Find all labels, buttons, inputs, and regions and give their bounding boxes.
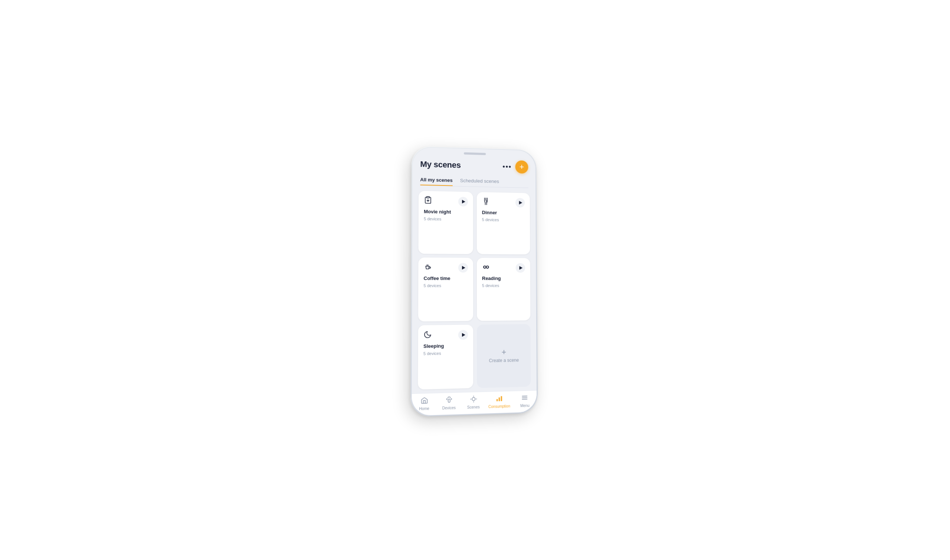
play-dinner-button[interactable] — [515, 198, 525, 208]
svg-point-11 — [472, 398, 475, 401]
devices-icon — [445, 396, 453, 405]
svg-rect-17 — [499, 398, 500, 401]
svg-rect-18 — [501, 396, 502, 401]
add-scene-button[interactable]: + — [515, 160, 528, 174]
movie-night-icon — [424, 196, 432, 206]
consumption-icon — [495, 395, 503, 403]
scene-card-dinner[interactable]: Dinner 5 devices — [477, 192, 530, 255]
coffee-time-name: Coffee time — [424, 275, 468, 281]
devices-label: Devices — [443, 406, 456, 410]
nav-item-devices[interactable]: Devices — [440, 396, 458, 410]
scene-card-coffee-time[interactable]: Coffee time 5 devices — [418, 258, 473, 322]
phone-outer: My scenes ••• + All my scenes Scheduled … — [410, 146, 538, 417]
scene-card-movie-night[interactable]: Movie night 5 devices — [418, 191, 473, 254]
play-triangle-icon — [462, 200, 465, 204]
page-title: My scenes — [420, 160, 461, 170]
scene-card-reading[interactable]: Reading 5 devices — [477, 258, 530, 320]
nav-item-menu[interactable]: Menu — [516, 394, 534, 408]
home-label: Home — [419, 406, 429, 411]
create-scene-card[interactable]: + Create a scene — [477, 324, 531, 388]
scene-card-top — [424, 196, 468, 206]
coffee-time-icon — [424, 263, 432, 272]
sleeping-devices: 5 devices — [423, 351, 468, 355]
side-button — [536, 223, 537, 241]
reading-name: Reading — [482, 275, 525, 281]
reading-devices: 5 devices — [482, 283, 525, 288]
nav-item-consumption[interactable]: Consumption — [488, 394, 510, 409]
create-scene-label: Create a scene — [489, 357, 519, 363]
menu-label: Menu — [520, 403, 529, 408]
bottom-nav: Home Devices — [412, 390, 537, 416]
play-movie-night-button[interactable] — [458, 197, 468, 206]
scene-card-top — [424, 263, 468, 272]
phone-wrapper: My scenes ••• + All my scenes Scheduled … — [412, 146, 538, 414]
consumption-label: Consumption — [488, 404, 510, 409]
tab-scheduled-scenes[interactable]: Scheduled scenes — [460, 178, 499, 187]
tab-bar: All my scenes Scheduled scenes — [413, 171, 535, 188]
scene-card-sleeping[interactable]: Sleeping 5 devices — [418, 325, 473, 389]
dinner-devices: 5 devices — [482, 217, 525, 222]
play-triangle-icon — [519, 266, 523, 270]
more-options-button[interactable]: ••• — [503, 163, 512, 171]
phone-inner: My scenes ••• + All my scenes Scheduled … — [412, 147, 537, 416]
play-reading-button[interactable] — [516, 263, 526, 273]
movie-night-name: Movie night — [424, 209, 468, 215]
nav-item-scenes[interactable]: Scenes — [464, 395, 483, 409]
scenes-label: Scenes — [467, 405, 480, 409]
play-triangle-icon — [462, 333, 465, 337]
play-triangle-icon — [462, 266, 465, 269]
menu-icon — [521, 394, 529, 403]
svg-rect-16 — [497, 399, 498, 401]
svg-rect-10 — [448, 399, 450, 402]
dinner-icon — [482, 197, 490, 207]
create-plus-icon: + — [502, 348, 507, 356]
sleeping-name: Sleeping — [423, 343, 468, 349]
tab-all-scenes[interactable]: All my scenes — [420, 177, 453, 186]
play-coffee-time-button[interactable] — [458, 263, 468, 272]
scenes-grid: Movie night 5 devices — [412, 185, 537, 394]
home-icon — [421, 397, 428, 405]
dinner-name: Dinner — [482, 209, 525, 216]
reading-icon — [482, 263, 490, 272]
screen: My scenes ••• + All my scenes Scheduled … — [412, 147, 537, 416]
scenes-icon — [470, 395, 477, 404]
scene-card-top — [482, 197, 525, 208]
movie-night-devices: 5 devices — [424, 217, 468, 222]
header: My scenes ••• + — [413, 147, 535, 174]
scene-card-top — [482, 263, 525, 272]
coffee-time-devices: 5 devices — [423, 283, 468, 288]
sleeping-icon — [423, 331, 432, 340]
scene-card-top — [423, 330, 468, 340]
play-triangle-icon — [519, 201, 522, 205]
play-sleeping-button[interactable] — [458, 330, 468, 340]
svg-rect-0 — [427, 197, 429, 198]
nav-item-home[interactable]: Home — [415, 397, 434, 411]
header-actions: ••• + — [503, 160, 528, 174]
